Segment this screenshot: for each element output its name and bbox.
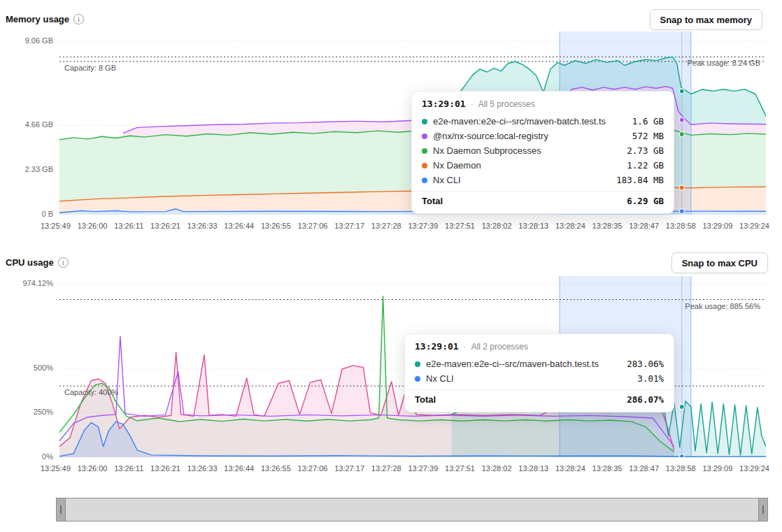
tooltip-header: 13:29:01 · All 2 processes <box>405 334 674 357</box>
snap-to-max-memory-button[interactable]: Snap to max memory <box>650 9 763 30</box>
tooltip-total-label: Total <box>422 196 443 206</box>
x-axis-tick-label: 13:28:35 <box>592 464 623 473</box>
process-value: 3.01% <box>637 373 664 384</box>
tooltip-row: e2e-maven:e2e-ci--src/maven-batch.test.t… <box>405 357 674 371</box>
x-axis-tick-label: 13:26:11 <box>114 222 143 230</box>
x-axis-tick-label: 13:27:51 <box>445 222 475 230</box>
x-axis-tick-label: 13:25:49 <box>41 222 71 230</box>
scrollbar-track[interactable] <box>66 498 758 521</box>
memory-usage-label: Memory usage <box>6 14 69 24</box>
tooltip-total-row: Total 6.29 GB <box>412 191 674 209</box>
tooltip-total-value: 6.29 GB <box>627 196 664 206</box>
tooltip-row: @nx/nx-source:local-registry572 MB <box>412 129 674 143</box>
series-color-dot <box>422 119 427 124</box>
y-axis-tick-label: 9.06 GB <box>25 36 53 45</box>
series-color-dot <box>422 163 427 168</box>
x-axis-tick-label: 13:26:44 <box>224 222 254 230</box>
timeline-scrollbar[interactable] <box>56 498 768 522</box>
tooltip-separator: · <box>471 99 474 109</box>
x-axis-tick-label: 13:28:35 <box>592 222 623 230</box>
x-axis-tick-label: 13:26:00 <box>78 464 108 473</box>
tooltip-row: e2e-maven:e2e-ci--src/maven-batch.test.t… <box>412 114 674 129</box>
x-axis-tick-label: 13:27:17 <box>334 222 364 230</box>
x-axis-tick-label: 13:26:00 <box>78 222 108 230</box>
x-axis-tick-label: 13:28:58 <box>666 464 696 473</box>
process-value: 1.22 GB <box>627 160 664 171</box>
tooltip-separator: · <box>464 342 467 352</box>
snap-to-max-cpu-button[interactable]: Snap to max CPU <box>671 252 768 273</box>
process-name: Nx CLI <box>426 373 632 384</box>
tooltip-subtitle: All 5 processes <box>478 99 535 109</box>
x-axis-tick-label: 13:26:55 <box>261 222 291 230</box>
series-color-dot <box>415 361 420 367</box>
cpu-y-axis-labels: 974.12%500%250%0% <box>0 276 56 457</box>
y-axis-tick-label: 500% <box>34 364 53 372</box>
x-axis-tick-label: 13:29:24 <box>739 464 769 473</box>
x-axis-tick-label: 13:29:09 <box>702 464 732 473</box>
grip-icon <box>762 505 764 514</box>
process-value: 2.73 GB <box>627 145 664 156</box>
x-axis-tick-label: 13:26:21 <box>150 222 180 230</box>
x-axis-tick-label: 13:29:24 <box>739 222 769 230</box>
tooltip-rows: e2e-maven:e2e-ci--src/maven-batch.test.t… <box>405 357 674 386</box>
x-axis-tick-label: 13:27:06 <box>298 464 328 473</box>
process-name: e2e-maven:e2e-ci--src/maven-batch.test.t… <box>433 116 627 127</box>
y-axis-tick-label: 4.66 GB <box>25 120 53 129</box>
x-axis-tick-label: 13:28:47 <box>629 464 659 473</box>
process-value: 572 MB <box>632 131 664 141</box>
grip-icon <box>60 505 62 514</box>
x-axis-tick-label: 13:26:44 <box>224 464 254 473</box>
x-axis-tick-label: 13:27:28 <box>371 222 401 230</box>
x-axis-tick-label: 13:27:39 <box>408 464 438 473</box>
nx-profiler-page: { "memory_section": { "title": "Memory u… <box>0 0 782 532</box>
tooltip-total-row: Total 286.07% <box>405 389 674 408</box>
info-icon[interactable] <box>73 14 84 24</box>
memory-usage-title: Memory usage <box>6 14 84 24</box>
reference-line-label: Peak usage: 885.56% <box>685 302 760 310</box>
cpu-tooltip: 13:29:01 · All 2 processes e2e-maven:e2e… <box>404 333 674 412</box>
scrollbar-right-handle[interactable] <box>758 498 767 521</box>
tooltip-subtitle: All 2 processes <box>471 342 528 352</box>
memory-y-axis-labels: 9.06 GB4.66 GB2.33 GB0 B <box>0 31 56 215</box>
info-icon[interactable] <box>58 257 69 268</box>
cpu-usage-title: CPU usage <box>6 257 69 268</box>
memory-tooltip: 13:29:01 · All 5 processes e2e-maven:e2e… <box>411 91 674 214</box>
reference-line-label: Capacity: 400% <box>64 388 118 396</box>
x-axis-tick-label: 13:27:51 <box>445 464 475 473</box>
tooltip-total-label: Total <box>415 394 436 405</box>
x-axis-tick-label: 13:28:02 <box>482 464 512 473</box>
x-axis-tick-label: 13:27:39 <box>408 222 438 230</box>
x-axis-tick-label: 13:26:11 <box>114 464 143 473</box>
y-axis-tick-label: 974.12% <box>23 279 53 287</box>
x-axis-tick-label: 13:29:09 <box>702 222 732 230</box>
process-name: Nx Daemon <box>433 160 621 171</box>
x-axis-tick-label: 13:28:58 <box>666 222 696 230</box>
tooltip-row: Nx Daemon1.22 GB <box>412 158 674 173</box>
x-axis-tick-label: 13:27:06 <box>298 222 328 230</box>
scrollbar-left-handle[interactable] <box>57 498 66 521</box>
x-axis-tick-label: 13:28:02 <box>482 222 512 230</box>
x-axis-tick-label: 13:28:13 <box>518 464 548 473</box>
x-axis-tick-label: 13:26:33 <box>187 464 218 473</box>
series-color-dot <box>422 134 427 139</box>
memory-x-axis-labels: 13:25:4913:26:0013:26:1113:26:2113:26:33… <box>41 222 769 230</box>
x-axis-tick-label: 13:27:17 <box>334 464 364 473</box>
tooltip-header: 13:29:01 · All 5 processes <box>412 92 674 114</box>
x-axis-tick-label: 13:25:49 <box>41 464 71 473</box>
process-name: Nx CLI <box>433 175 611 185</box>
process-name: e2e-maven:e2e-ci--src/maven-batch.test.t… <box>426 359 621 369</box>
reference-line-label: Peak usage: 8.24 GB <box>687 59 760 67</box>
process-name: @nx/nx-source:local-registry <box>433 131 627 141</box>
tooltip-total-value: 286.07% <box>627 394 664 405</box>
x-axis-tick-label: 13:28:24 <box>555 464 585 473</box>
x-axis-tick-label: 13:28:24 <box>555 222 585 230</box>
x-axis-tick-label: 13:26:33 <box>187 222 218 230</box>
x-axis-tick-label: 13:26:21 <box>150 464 180 473</box>
tooltip-time: 13:29:01 <box>415 341 459 352</box>
y-axis-tick-label: 0 B <box>41 210 53 218</box>
x-axis-tick-label: 13:26:55 <box>261 464 291 473</box>
cpu-x-axis-labels: 13:25:4913:26:0013:26:1113:26:2113:26:33… <box>41 464 769 473</box>
tooltip-row: Nx CLI3.01% <box>405 371 674 386</box>
process-name: Nx Daemon Subprocesses <box>433 145 621 156</box>
tooltip-rows: e2e-maven:e2e-ci--src/maven-batch.test.t… <box>412 114 674 187</box>
